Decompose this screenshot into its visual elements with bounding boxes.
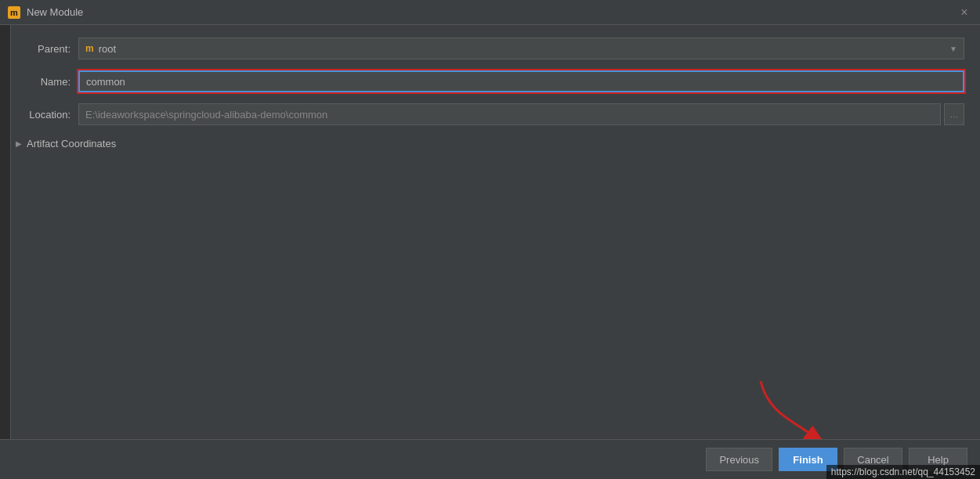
close-button[interactable]: × bbox=[956, 5, 972, 20]
title-bar: m New Module × bbox=[0, 0, 980, 25]
left-panel bbox=[0, 25, 11, 479]
artifact-coordinates-label: Artifact Coordinates bbox=[27, 138, 116, 149]
name-input-wrapper bbox=[78, 70, 964, 92]
location-control: E:\ideaworkspace\springcloud-alibaba-dem… bbox=[78, 103, 964, 125]
intellij-icon: m bbox=[8, 6, 20, 19]
watermark: https://blog.csdn.net/qq_44153452 bbox=[826, 465, 980, 479]
dropdown-arrow-icon: ▼ bbox=[949, 45, 957, 53]
parent-value: root bbox=[99, 43, 116, 55]
dialog-content: Parent: m root ▼ Name: bbox=[0, 25, 980, 439]
name-input[interactable] bbox=[78, 70, 964, 92]
dialog-title: New Module bbox=[27, 6, 83, 18]
content-spacer bbox=[16, 162, 964, 427]
chevron-right-icon: ▶ bbox=[16, 139, 22, 148]
browse-button[interactable]: … bbox=[944, 103, 964, 125]
parent-label: Parent: bbox=[16, 43, 71, 55]
parent-row: Parent: m root ▼ bbox=[16, 38, 964, 59]
parent-control: m root ▼ bbox=[78, 38, 964, 59]
title-bar-left: m New Module bbox=[8, 6, 83, 19]
name-row: Name: bbox=[16, 70, 964, 92]
maven-icon: m bbox=[85, 43, 94, 54]
folder-icon: … bbox=[950, 110, 959, 119]
new-module-dialog: m New Module × Parent: m root ▼ bbox=[0, 0, 980, 479]
artifact-coordinates-row[interactable]: ▶ Artifact Coordinates bbox=[16, 136, 964, 151]
location-display: E:\ideaworkspace\springcloud-alibaba-dem… bbox=[78, 103, 941, 125]
parent-dropdown[interactable]: m root ▼ bbox=[78, 38, 964, 59]
location-row: Location: E:\ideaworkspace\springcloud-a… bbox=[16, 103, 964, 125]
location-label: Location: bbox=[16, 109, 71, 121]
previous-button[interactable]: Previous bbox=[706, 448, 772, 471]
name-control bbox=[78, 70, 964, 92]
name-label: Name: bbox=[16, 76, 71, 88]
